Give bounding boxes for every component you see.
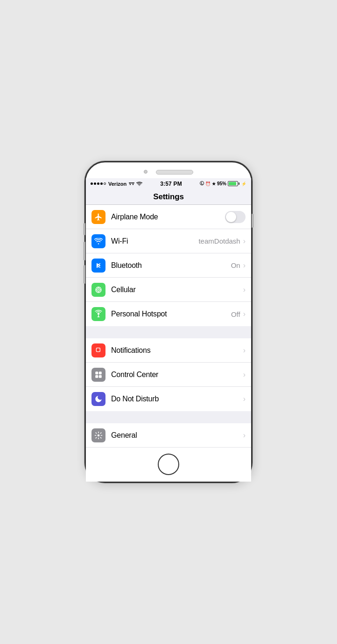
group-system: Notifications › Control Center › bbox=[86, 338, 251, 411]
row-cellular[interactable]: Cellular › bbox=[86, 278, 251, 302]
control-center-chevron: › bbox=[243, 371, 246, 379]
general-row-icon bbox=[91, 428, 105, 442]
control-center-label: Control Center bbox=[111, 371, 242, 379]
wifi-label: Wi-Fi bbox=[111, 237, 198, 245]
hotspot-chevron: › bbox=[243, 310, 246, 318]
signal-bars bbox=[91, 182, 106, 185]
mute-button[interactable] bbox=[84, 223, 85, 235]
svg-rect-11 bbox=[97, 348, 100, 351]
signal-dot-5 bbox=[104, 182, 106, 185]
row-do-not-disturb[interactable]: Do Not Disturb › bbox=[86, 387, 251, 411]
battery-pct-label: 95% bbox=[217, 181, 226, 186]
hotspot-label: Personal Hotspot bbox=[111, 310, 231, 318]
time-display: 3:57 PM bbox=[160, 181, 182, 187]
group-display: General › AA Display & Brightness › bbox=[86, 423, 251, 448]
control-center-row-icon bbox=[91, 368, 105, 382]
alarm-icon: ⏰ bbox=[205, 182, 211, 186]
front-camera bbox=[144, 170, 147, 174]
general-chevron: › bbox=[243, 431, 246, 440]
separator-1 bbox=[86, 326, 251, 338]
phone-top-area bbox=[86, 162, 251, 178]
signal-dot-1 bbox=[91, 182, 93, 185]
bluetooth-chevron: › bbox=[243, 261, 246, 270]
svg-rect-13 bbox=[99, 371, 102, 374]
row-control-center[interactable]: Control Center › bbox=[86, 363, 251, 387]
row-display-brightness[interactable]: AA Display & Brightness › bbox=[86, 448, 251, 448]
battery-fill bbox=[229, 182, 236, 185]
wifi-row-icon bbox=[91, 234, 105, 248]
wifi-chevron: › bbox=[243, 237, 246, 245]
phone-screen: Verizon ▿▿ 3:57 PM Ⓛ ⏰ ★ 95% bbox=[86, 178, 251, 448]
wifi-value: teamDotdash bbox=[198, 237, 240, 245]
general-label: General bbox=[111, 431, 242, 440]
svg-rect-15 bbox=[99, 375, 102, 378]
charging-icon: ⚡ bbox=[241, 182, 246, 186]
cellular-chevron: › bbox=[243, 286, 246, 294]
row-bluetooth[interactable]: Bluetooth On › bbox=[86, 253, 251, 278]
battery-indicator bbox=[228, 181, 239, 186]
location-icon: Ⓛ bbox=[200, 181, 204, 187]
row-notifications[interactable]: Notifications › bbox=[86, 338, 251, 363]
row-airplane-mode[interactable]: Airplane Mode bbox=[86, 205, 251, 229]
volume-down-button[interactable] bbox=[84, 265, 85, 284]
signal-dot-2 bbox=[94, 182, 96, 185]
dnd-chevron: › bbox=[243, 395, 246, 403]
settings-list[interactable]: Airplane Mode Wi-Fi bbox=[86, 205, 251, 448]
separator-2 bbox=[86, 411, 251, 423]
notifications-label: Notifications bbox=[111, 346, 242, 355]
svg-point-16 bbox=[98, 434, 100, 436]
cellular-row-icon bbox=[91, 283, 105, 297]
svg-rect-12 bbox=[95, 371, 98, 374]
volume-up-button[interactable] bbox=[84, 242, 85, 260]
carrier-label: Verizon bbox=[108, 181, 126, 187]
page-title: Settings bbox=[153, 192, 183, 201]
airplane-mode-toggle-knob bbox=[226, 212, 236, 222]
status-left: Verizon ▿▿ bbox=[91, 181, 142, 187]
row-hotspot[interactable]: Personal Hotspot Off › bbox=[86, 302, 251, 326]
bluetooth-status-icon: ★ bbox=[212, 182, 216, 186]
wifi-icon: ▿▿ bbox=[129, 181, 134, 187]
airplane-mode-toggle[interactable] bbox=[225, 211, 246, 223]
notifications-row-icon bbox=[91, 343, 105, 357]
earpiece-speaker bbox=[156, 170, 193, 175]
airplane-mode-label: Airplane Mode bbox=[111, 213, 225, 221]
home-button-area bbox=[86, 448, 251, 482]
svg-point-2 bbox=[98, 289, 99, 290]
dnd-label: Do Not Disturb bbox=[111, 395, 242, 403]
hotspot-value: Off bbox=[231, 310, 240, 318]
bluetooth-value: On bbox=[231, 261, 240, 269]
bluetooth-label: Bluetooth bbox=[111, 261, 231, 270]
battery-tip bbox=[239, 182, 239, 185]
airplane-mode-icon bbox=[91, 210, 105, 224]
cellular-label: Cellular bbox=[111, 286, 242, 294]
phone-frame: Verizon ▿▿ 3:57 PM Ⓛ ⏰ ★ 95% bbox=[84, 161, 253, 483]
hotspot-row-icon bbox=[91, 307, 105, 321]
status-bar: Verizon ▿▿ 3:57 PM Ⓛ ⏰ ★ 95% bbox=[86, 178, 251, 189]
notifications-chevron: › bbox=[243, 346, 246, 355]
home-button[interactable] bbox=[158, 454, 179, 475]
dnd-row-icon bbox=[91, 392, 105, 406]
navigation-bar: Settings bbox=[86, 189, 251, 205]
signal-dot-3 bbox=[97, 182, 99, 185]
status-right: Ⓛ ⏰ ★ 95% ⚡ bbox=[200, 181, 246, 187]
row-wifi[interactable]: Wi-Fi teamDotdash › bbox=[86, 229, 251, 253]
svg-point-7 bbox=[98, 313, 100, 315]
power-button[interactable] bbox=[252, 214, 253, 228]
bluetooth-row-icon bbox=[91, 259, 105, 273]
wifi-signal-icon bbox=[136, 182, 142, 186]
signal-dot-4 bbox=[100, 182, 103, 185]
group-connectivity: Airplane Mode Wi-Fi bbox=[86, 205, 251, 326]
svg-rect-14 bbox=[95, 375, 98, 378]
row-general[interactable]: General › bbox=[86, 423, 251, 448]
